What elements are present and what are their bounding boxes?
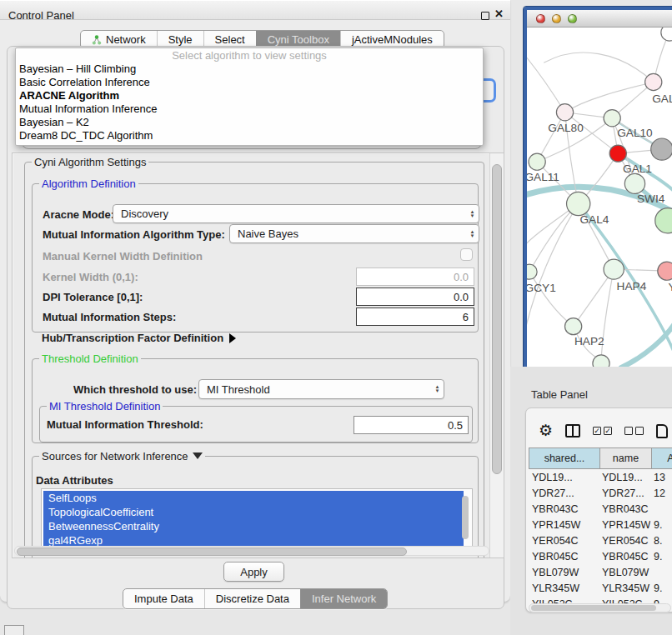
algorithm-option[interactable]: Dream8 DC_TDC Algorithm [16, 129, 483, 142]
aracne-mode-combobox[interactable]: Discovery ▲▼ [113, 204, 479, 223]
sources-group-toggle[interactable]: Sources for Network Inference [39, 450, 205, 462]
tab-infer-network[interactable]: Infer Network [300, 589, 387, 608]
horizontal-scrollbar[interactable] [14, 546, 489, 556]
mi-threshold-field[interactable]: 0.5 [354, 416, 469, 434]
table-row[interactable]: YPR145WYPR145W9. [529, 517, 672, 532]
network-edge[interactable] [544, 52, 653, 82]
zoom-traffic-light-icon[interactable] [568, 14, 577, 23]
table-row[interactable]: YBR043CYBR043C [529, 501, 672, 517]
network-node[interactable] [624, 173, 644, 193]
network-node[interactable] [593, 355, 609, 367]
network-node[interactable] [565, 318, 582, 335]
kernel-width-field[interactable]: 0.0 [356, 268, 474, 286]
network-node[interactable] [556, 104, 573, 121]
vertical-scrollbar[interactable] [489, 153, 504, 558]
group-title: Algorithm Definition [39, 178, 138, 190]
network-node[interactable] [567, 192, 590, 215]
table-row[interactable]: YBR045CYBR045C9. [529, 548, 672, 564]
network-node[interactable] [655, 208, 672, 233]
table-cell: 9. [650, 551, 672, 562]
minimize-traffic-light-icon[interactable] [552, 14, 561, 23]
network-edge[interactable] [529, 204, 579, 272]
docked-panel-icon[interactable] [4, 625, 24, 635]
node-label: GAL10 [617, 127, 653, 139]
table-row[interactable]: YLR345WYLR345W9. [529, 580, 672, 596]
tab-label: Style [168, 33, 193, 46]
split-columns-icon[interactable] [565, 424, 580, 438]
tab-impute-data[interactable]: Impute Data [123, 589, 204, 608]
table-cell: YBL079W [599, 567, 650, 578]
network-node[interactable] [604, 259, 624, 279]
node-label: GAL [652, 92, 672, 105]
algorithm-option[interactable]: Bayesian – K2 [16, 116, 483, 129]
table-row[interactable]: YDL19...YDL19...13 [529, 469, 672, 485]
table-scrollbar-thumb[interactable] [531, 605, 656, 611]
close-traffic-light-icon[interactable] [536, 14, 545, 23]
algorithm-option[interactable]: ARACNE Algorithm [16, 89, 483, 102]
vertical-scrollbar-thumb[interactable] [492, 164, 502, 474]
network-view-window: GALGAL80GAL10GAL1GAL11SWI4GAL4GCY1HAP4YH… [524, 7, 672, 370]
table-header-row: shared...nameA [529, 448, 672, 469]
select-all-icon[interactable]: ✓✓ [593, 427, 612, 435]
network-canvas[interactable]: GALGAL80GAL10GAL1GAL11SWI4GAL4GCY1HAP4YH… [527, 28, 672, 367]
manual-kernel-checkbox[interactable] [460, 248, 473, 261]
mi-steps-field[interactable]: 6 [356, 308, 474, 326]
table-row[interactable]: YER054CYER054C8. [529, 532, 672, 548]
hub-tf-definition-label: Hub/Transcription Factor Definition [42, 332, 223, 344]
network-node[interactable] [609, 145, 626, 162]
network-edge[interactable] [565, 82, 654, 112]
which-threshold-combobox[interactable]: MI Threshold ▲▼ [198, 379, 444, 399]
tab-label: jActiveMNodules [352, 33, 433, 46]
attribute-item[interactable]: BetweennessCentrality [43, 519, 464, 533]
mi-type-combobox[interactable]: Naive Bayes ▲▼ [229, 224, 479, 243]
table-row[interactable]: YDR27...YDR27...12 [529, 485, 672, 501]
data-attributes-list[interactable]: SelfLoopsTopologicalCoefficientBetweenne… [41, 488, 473, 550]
table-cell: 9. [650, 519, 672, 531]
table-toolbar: ⚙ ✓✓ [539, 421, 668, 441]
dpi-tolerance-field[interactable]: 0.0 [356, 288, 474, 306]
table-cell: YDR27... [599, 488, 650, 499]
tab-discretize-data[interactable]: Discretize Data [204, 589, 300, 608]
apply-button[interactable]: Apply [223, 562, 284, 582]
expanded-arrow-icon [193, 452, 203, 459]
attribute-item[interactable]: SelfLoops [43, 491, 464, 505]
float-window-icon[interactable] [481, 12, 489, 20]
network-node[interactable] [604, 110, 620, 127]
network-node[interactable] [529, 153, 545, 170]
algorithm-dropdown-prompt: Select algorithm to view settings [16, 48, 483, 62]
attribute-item[interactable]: TopologicalCoefficient [43, 505, 464, 519]
close-icon[interactable]: ✕ [494, 8, 504, 20]
network-node[interactable] [645, 73, 662, 90]
gear-icon[interactable]: ⚙ [539, 422, 553, 439]
tab-label: Cyni Toolbox [268, 33, 329, 46]
table-cell: YBR045C [599, 551, 650, 562]
algorithm-option[interactable]: Mutual Information Inference [16, 102, 483, 116]
which-threshold-value: MI Threshold [199, 383, 431, 396]
table-row[interactable]: YBL079WYBL079W [529, 564, 672, 580]
document-icon[interactable] [656, 424, 668, 438]
node-table[interactable]: shared...nameA YDL19...YDL19...13YDR27..… [529, 448, 672, 606]
algorithm-option[interactable]: Bayesian – Hill Climbing [16, 62, 483, 76]
network-edge[interactable] [619, 320, 672, 367]
column-header-name[interactable]: name [599, 448, 651, 468]
list-scrollbar-thumb[interactable] [462, 496, 469, 539]
algorithm-option[interactable]: Basic Correlation Inference [16, 76, 483, 89]
network-node[interactable] [658, 262, 672, 280]
network-window-titlebar [527, 10, 672, 28]
network-node[interactable] [661, 28, 672, 41]
deselect-all-icon[interactable] [624, 427, 644, 435]
mi-threshold-label: Mutual Information Threshold: [47, 418, 203, 431]
network-node[interactable] [527, 264, 537, 279]
dpi-tolerance-label: DPI Tolerance [0,1]: [43, 291, 143, 303]
column-header-shared[interactable]: shared... [529, 448, 599, 468]
mi-type-value: Naive Bayes [230, 228, 466, 240]
hub-tf-definition-toggle[interactable]: Hub/Transcription Factor Definition [42, 332, 236, 344]
column-header-a[interactable]: A [651, 448, 672, 468]
horizontal-scrollbar-thumb[interactable] [17, 548, 407, 556]
table-horizontal-scrollbar[interactable] [529, 603, 671, 612]
network-edge[interactable] [529, 272, 574, 326]
table-cell: YBR045C [529, 551, 599, 562]
tab-label: Network [106, 33, 146, 46]
network-node[interactable] [651, 138, 672, 160]
node-label: HAP4 [617, 280, 647, 292]
